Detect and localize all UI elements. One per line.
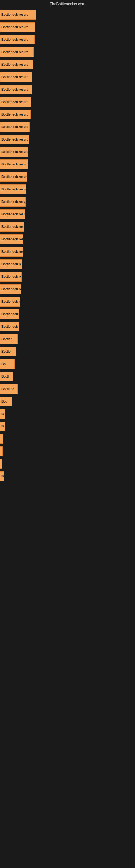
bar-label: Bottleneck result	[1, 237, 24, 241]
result-bar[interactable]: Bottleneck result	[0, 134, 29, 144]
bar-row: Bottleneck result	[0, 208, 135, 220]
bar-row: Bottleneck result	[0, 96, 135, 108]
result-bar[interactable]: Bottleneck	[0, 309, 19, 319]
bar-row: Bottleneck result	[0, 84, 135, 95]
bar-row: B	[0, 470, 135, 482]
bar-label: Bottleneck result	[1, 300, 20, 304]
bar-label: Bottleneck res	[1, 325, 19, 329]
result-bar[interactable]: Bottleneck result	[0, 235, 24, 244]
result-bar[interactable]: Bottleneck result	[0, 159, 28, 169]
bar-label: B	[1, 425, 4, 428]
result-bar[interactable]: Bottlene	[0, 384, 17, 394]
result-bar[interactable]: Bottleneck re	[0, 284, 21, 294]
bar-row	[0, 433, 135, 445]
result-bar[interactable]: Bottleneck result	[0, 122, 30, 132]
bar-row: Bottleneck result	[0, 158, 135, 170]
result-bar[interactable]: Bottl	[0, 372, 13, 381]
result-bar[interactable]: Bottleneck result	[0, 209, 25, 219]
bar-row: Bottlene	[0, 383, 135, 395]
result-bar[interactable]: Bottleneck result	[0, 172, 27, 182]
bar-row: Bottleneck n	[0, 258, 135, 270]
result-bar[interactable]: Bottleneck res	[0, 272, 21, 282]
bar-label: Bottlen	[1, 337, 12, 341]
result-bar[interactable]: Bottleneck result	[0, 35, 35, 44]
result-bar[interactable]: Bo	[0, 359, 14, 369]
bar-label: Bottleneck result	[1, 88, 28, 91]
bar-row: Bottleneck result	[0, 9, 135, 21]
result-bar[interactable]	[0, 434, 3, 444]
bar-label: Bottleneck res	[1, 250, 23, 254]
bar-row: Bottleneck res	[0, 321, 135, 333]
bar-row: Bottleneck res	[0, 246, 135, 258]
result-bar[interactable]: Bottleneck n	[0, 259, 22, 269]
result-bar[interactable]: Bottleneck res	[0, 247, 23, 257]
bars-container: Bottleneck resultBottleneck resultBottle…	[0, 8, 135, 484]
bar-row: Bottlen	[0, 333, 135, 345]
bar-label: Bottleneck result	[1, 100, 28, 104]
bar-label: Bottleneck res	[1, 225, 24, 229]
result-bar[interactable]: Bottleneck result	[0, 85, 32, 94]
bar-row: B	[0, 408, 135, 420]
bar-label: Bottleneck re	[1, 287, 21, 291]
bar-label: Bottleneck result	[1, 63, 28, 66]
result-bar[interactable]: Bottlen	[0, 334, 17, 344]
bar-label: B	[1, 412, 4, 416]
result-bar[interactable]: Bottleneck result	[0, 147, 28, 157]
result-bar[interactable]: B	[0, 409, 5, 419]
bar-row: Bottleneck	[0, 308, 135, 320]
result-bar[interactable]: Bottleneck result	[0, 197, 26, 207]
bar-row: Bottleneck re	[0, 283, 135, 295]
bar-row: Bottleneck result	[0, 296, 135, 308]
bar-row: Bottleneck result	[0, 133, 135, 145]
bar-label: Bo	[1, 362, 6, 366]
bar-row: Bottleneck result	[0, 233, 135, 245]
bar-row: Bottleneck result	[0, 183, 135, 195]
result-bar[interactable]: B	[0, 471, 4, 481]
result-bar[interactable]: Bottleneck res	[0, 222, 24, 231]
bar-label: Bottlene	[1, 387, 14, 391]
bar-row	[0, 445, 135, 457]
bar-label: Bottleneck result	[1, 150, 28, 154]
result-bar[interactable]	[0, 459, 2, 469]
bar-label: Bottleneck res	[1, 275, 21, 279]
result-bar[interactable]: Bottleneck result	[0, 72, 32, 82]
bar-label: Bottleneck result	[1, 13, 28, 17]
bar-label: Bottleneck n	[1, 262, 21, 266]
bar-label: Bottl	[1, 375, 9, 378]
result-bar[interactable]: Bottleneck result	[0, 97, 31, 107]
bar-label: Bottleneck result	[1, 125, 28, 129]
bar-label: Bottleneck result	[1, 175, 27, 179]
bar-label: Bottleneck	[1, 312, 18, 316]
bar-label: Bot	[1, 400, 7, 403]
bar-row: Bottleneck result	[0, 21, 135, 33]
result-bar[interactable]: Bottleneck result	[0, 10, 37, 20]
result-bar[interactable]: Bot	[0, 397, 12, 406]
bar-row: Bottleneck result	[0, 46, 135, 58]
bar-row: Bottleneck result	[0, 59, 135, 70]
bar-row: B	[0, 421, 135, 432]
result-bar[interactable]: Bottleneck result	[0, 47, 34, 57]
bar-row: Bo	[0, 358, 135, 370]
result-bar[interactable]: Bottle	[0, 347, 16, 356]
bar-row	[0, 458, 135, 470]
bar-label: Bottleneck result	[1, 75, 28, 79]
bar-label: Bottleneck result	[1, 162, 28, 166]
bar-row: Bottle	[0, 346, 135, 358]
site-title: TheBottlenecker.com	[0, 0, 135, 8]
bar-row: Bottleneck res	[0, 221, 135, 233]
bar-row: Bot	[0, 396, 135, 407]
result-bar[interactable]: Bottleneck res	[0, 322, 19, 332]
bar-row: Bottleneck result	[0, 108, 135, 120]
result-bar[interactable]	[0, 446, 3, 456]
result-bar[interactable]: B	[0, 422, 5, 431]
result-bar[interactable]: Bottleneck result	[0, 22, 35, 32]
result-bar[interactable]: Bottleneck result	[0, 184, 27, 194]
result-bar[interactable]: Bottleneck result	[0, 110, 31, 119]
bar-label: Bottleneck result	[1, 38, 28, 41]
bar-row: Bottleneck result	[0, 34, 135, 45]
result-bar[interactable]: Bottleneck result	[0, 297, 20, 307]
bar-row: Bottleneck res	[0, 271, 135, 283]
bar-row: Bottleneck result	[0, 71, 135, 83]
result-bar[interactable]: Bottleneck result	[0, 60, 33, 69]
bar-label: Bottleneck result	[1, 25, 28, 29]
